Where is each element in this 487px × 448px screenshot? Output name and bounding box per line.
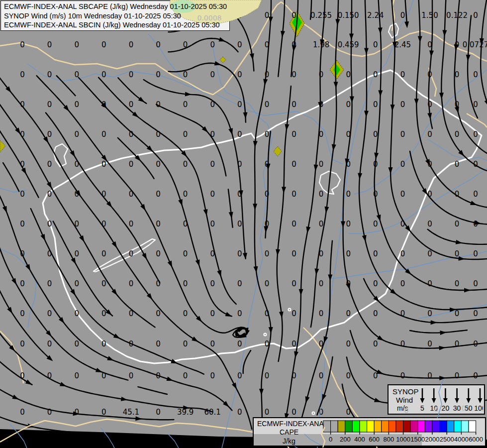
sbcin-value: 0 — [400, 160, 405, 169]
cape-swatch — [403, 421, 411, 432]
sbcin-value: 0 — [74, 309, 79, 318]
sbcin-value: 0 — [47, 220, 52, 228]
wind-arrowhead — [404, 21, 409, 28]
wind-arrowhead — [418, 36, 422, 42]
sbcin-value: 0 — [473, 309, 478, 318]
title-line-sbcape: ECMWF-INDEX-ANAL SBCAPE (J/kg) Wednesday… — [4, 2, 226, 11]
sbcin-value: 0 — [265, 100, 270, 109]
sbcin-value: 0 — [156, 220, 161, 228]
sbcape-value: 2.45 — [394, 40, 411, 49]
sbcin-value: 0 — [47, 130, 52, 139]
sbcin-value: 0 — [237, 100, 242, 109]
wind-arrowhead — [414, 99, 419, 105]
streamline — [350, 331, 487, 378]
wind-arrowhead — [305, 396, 310, 403]
sbcape-value: 2.24 — [367, 11, 384, 20]
sbcin-value: 0 — [101, 408, 106, 417]
sbcin-value: 0 — [210, 279, 215, 288]
sbcin-value: 0 — [74, 100, 79, 109]
wind-arrowhead — [47, 182, 52, 189]
cape-swatch — [425, 421, 432, 432]
cape-tick-label: 800 — [384, 436, 394, 443]
sbcin-value: 0 — [319, 190, 324, 199]
sbcin-value: 0 — [400, 130, 405, 139]
sbcin-value: 0 — [319, 160, 324, 169]
wind-arrowhead — [25, 379, 32, 384]
sbcin-value: 0 — [47, 70, 52, 79]
sbcin-value: 0 — [292, 160, 296, 169]
wind-speed-label: 30 — [453, 404, 461, 412]
streamline — [441, 0, 487, 173]
streamline — [0, 324, 212, 412]
wind-arrowhead — [324, 207, 329, 213]
sbcin-value: 0 — [47, 160, 52, 169]
wind-arrowhead — [142, 253, 147, 260]
wind-arrow-head — [466, 398, 471, 403]
sbcin-value: 0 — [156, 190, 161, 199]
sbcin-value: 0 — [156, 40, 161, 49]
sbcin-value: 0 — [156, 249, 161, 258]
sbcin-value: 0 — [101, 130, 106, 139]
sbcape-value: 1.50 — [421, 11, 438, 20]
sbcin-value: 0 — [156, 160, 161, 169]
sbcin-value: 0 — [210, 309, 215, 318]
sbcin-value: 0 — [373, 220, 378, 228]
wind-arrowhead — [328, 274, 332, 281]
cape-tick-label: 400 — [354, 436, 365, 443]
cape-colorbar: 0200400600800100015002000250040006000 — [321, 419, 486, 447]
sbcin-value: 0 — [265, 130, 270, 139]
wind-arrowhead — [456, 240, 463, 244]
sbcin-value: 0 — [74, 249, 79, 258]
streamline — [364, 279, 487, 323]
sbcin-value: 0 — [373, 279, 378, 288]
sbcin-value: 0 — [400, 371, 405, 380]
wind-speed-arrows: 510203050100 — [416, 386, 483, 414]
sbcin-value: 0 — [156, 70, 161, 79]
wind-arrowhead — [217, 270, 221, 277]
sbcape-value: 0.150 — [338, 11, 359, 20]
sbcin-value: 0 — [210, 371, 215, 380]
sbcape-value: 0.122 — [446, 11, 468, 20]
wind-legend-subtitle: Wind — [396, 396, 413, 404]
sbcin-value: 0 — [292, 249, 296, 258]
sbcin-value: 0 — [47, 339, 52, 348]
cape-swatch — [352, 421, 360, 432]
sbcin-value: 0 — [237, 371, 242, 380]
sbcin-value: 0 — [455, 220, 460, 228]
cape-swatch — [345, 421, 353, 432]
lake-dot — [312, 412, 315, 415]
map-canvas: 0000.2550.1502.2401.500.1220000000000001… — [0, 0, 487, 448]
sbcin-value: 0 — [292, 408, 296, 417]
cape-swatch — [331, 421, 338, 432]
sbcin-value: 0 — [101, 40, 106, 49]
streamline — [138, 387, 167, 394]
cape-swatch — [447, 421, 454, 432]
sbcin-value: 0 — [292, 130, 296, 139]
cape-legend: ECMWF-INDEX-ANAL CAPE J/kg 0200400600800… — [253, 417, 486, 447]
sbcin-value: 0 — [183, 309, 188, 318]
sbcin-value: 0 — [183, 100, 188, 109]
streamline — [284, 0, 325, 430]
sbcin-value: 0 — [129, 279, 134, 288]
sbcin-value: 0 — [183, 249, 188, 258]
wind-arrowhead — [464, 288, 471, 293]
wind-arrowhead — [79, 235, 84, 242]
sbcin-value: 0 — [427, 100, 432, 109]
cape-tick-label: 1000 — [396, 436, 410, 443]
cape-tick-label: 2500 — [440, 436, 454, 443]
sbcin-value: 0 — [20, 70, 25, 79]
cape-swatch — [374, 421, 382, 432]
sbcin-value: 0 — [319, 70, 324, 79]
sbcin-value: 0 — [101, 160, 106, 169]
wind-arrowhead — [431, 320, 437, 325]
cape-swatch — [461, 421, 469, 432]
sbcin-value: 0 — [292, 309, 296, 318]
streamline — [343, 0, 487, 348]
wind-arrowhead — [349, 33, 354, 40]
cape-tick-label: 6000 — [469, 436, 483, 443]
title-line-sbcin: ECMWF-INDEX-ANAL SBCIN (J/kg) Wednesday … — [4, 20, 226, 30]
wind-arrowhead — [96, 368, 102, 372]
wind-arrowhead — [378, 27, 383, 34]
river — [213, 48, 272, 413]
cape-spot-small — [274, 146, 282, 156]
